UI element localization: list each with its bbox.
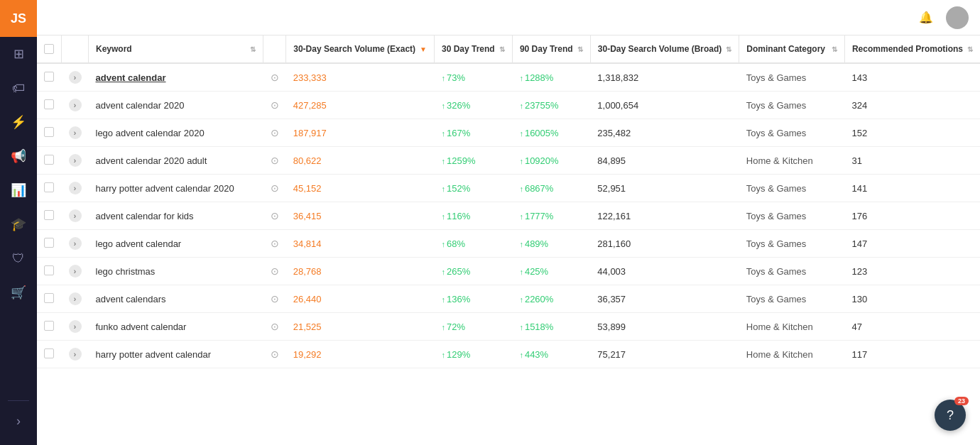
row-checkbox[interactable] xyxy=(44,72,54,82)
notification-button[interactable]: 🔔 xyxy=(915,6,937,29)
row-lock-cell[interactable]: ⊙ xyxy=(263,202,286,230)
sidebar-logo[interactable]: JS xyxy=(0,0,37,37)
lock-icon[interactable]: ⊙ xyxy=(271,127,279,138)
sidebar-item-protection[interactable]: 🛡 xyxy=(0,241,37,275)
row-expand-btn[interactable]: › xyxy=(69,126,82,139)
row-expand-btn[interactable]: › xyxy=(69,265,82,278)
help-button[interactable]: 23 ? xyxy=(935,400,966,431)
row-expand-cell[interactable]: › xyxy=(62,175,89,202)
row-expand-btn[interactable]: › xyxy=(69,99,82,111)
row-lock-cell[interactable]: ⊙ xyxy=(263,230,286,258)
vol-exact-value: 21,525 xyxy=(293,322,322,332)
row-check-cell[interactable] xyxy=(37,202,62,230)
sidebar-item-dashboard[interactable]: ⊞ xyxy=(0,37,37,71)
row-vol-broad-cell: 1,318,832 xyxy=(590,63,739,92)
row-check-cell[interactable] xyxy=(37,258,62,285)
row-expand-cell[interactable]: › xyxy=(62,92,89,119)
row-expand-cell[interactable]: › xyxy=(62,119,89,147)
row-expand-btn[interactable]: › xyxy=(69,182,82,194)
row-check-cell[interactable] xyxy=(37,285,62,313)
row-lock-cell[interactable]: ⊙ xyxy=(263,63,286,92)
row-checkbox[interactable] xyxy=(44,238,54,248)
trend30-value: ↑152% xyxy=(442,183,471,194)
row-expand-btn[interactable]: › xyxy=(69,209,82,222)
lock-icon[interactable]: ⊙ xyxy=(271,210,279,221)
row-expand-cell[interactable]: › xyxy=(62,147,89,175)
sidebar-expand-btn[interactable]: › xyxy=(0,404,37,438)
col-header-promo[interactable]: Recommended Promotions ⇅ xyxy=(844,35,980,63)
row-lock-cell[interactable]: ⊙ xyxy=(263,313,286,341)
lock-icon[interactable]: ⊙ xyxy=(271,293,279,304)
row-checkbox[interactable] xyxy=(44,265,54,275)
row-lock-cell[interactable]: ⊙ xyxy=(263,258,286,285)
lock-icon[interactable]: ⊙ xyxy=(271,265,279,277)
row-expand-cell[interactable]: › xyxy=(62,258,89,285)
keyword-table-container[interactable]: Keyword ⇅ 30-Day Search Volume (Exact) ▼ xyxy=(37,35,980,445)
lock-icon[interactable]: ⊙ xyxy=(271,155,279,166)
lock-icon[interactable]: ⊙ xyxy=(271,182,279,194)
col-header-vol-exact[interactable]: 30-Day Search Volume (Exact) ▼ xyxy=(286,35,435,63)
row-checkbox[interactable] xyxy=(44,182,54,192)
row-checkbox[interactable] xyxy=(44,155,54,165)
graduation-icon: 🎓 xyxy=(11,216,26,232)
row-lock-cell[interactable]: ⊙ xyxy=(263,175,286,202)
row-expand-btn[interactable]: › xyxy=(69,292,82,305)
row-expand-cell[interactable]: › xyxy=(62,313,89,341)
row-checkbox[interactable] xyxy=(44,127,54,137)
row-checkbox[interactable] xyxy=(44,210,54,220)
row-check-cell[interactable] xyxy=(37,92,62,119)
row-expand-btn[interactable]: › xyxy=(69,348,82,361)
row-expand-cell[interactable]: › xyxy=(62,63,89,92)
row-lock-cell[interactable]: ⊙ xyxy=(263,92,286,119)
row-lock-cell[interactable]: ⊙ xyxy=(263,341,286,368)
row-check-cell[interactable] xyxy=(37,230,62,258)
user-avatar[interactable] xyxy=(946,6,969,29)
row-lock-cell[interactable]: ⊙ xyxy=(263,119,286,147)
sidebar-item-analytics[interactable]: 📊 xyxy=(0,173,37,207)
row-check-cell[interactable] xyxy=(37,119,62,147)
row-check-cell[interactable] xyxy=(37,175,62,202)
row-lock-cell[interactable]: ⊙ xyxy=(263,285,286,313)
row-check-cell[interactable] xyxy=(37,313,62,341)
row-trend90-cell: ↑6867% xyxy=(512,175,590,202)
lock-icon[interactable]: ⊙ xyxy=(271,348,279,360)
row-expand-cell[interactable]: › xyxy=(62,285,89,313)
row-check-cell[interactable] xyxy=(37,147,62,175)
sidebar: JS ⊞ 🏷 ⚡ 📢 📊 🎓 🛡 🛒 › xyxy=(0,0,37,445)
trend90-value: ↑10920% xyxy=(519,155,558,166)
sidebar-item-promotions[interactable]: 📢 xyxy=(0,139,37,173)
sidebar-item-academy[interactable]: 🎓 xyxy=(0,207,37,241)
lock-icon[interactable]: ⊙ xyxy=(271,72,279,83)
row-checkbox[interactable] xyxy=(44,348,54,358)
row-expand-btn[interactable]: › xyxy=(69,237,82,250)
col-header-trend90[interactable]: 90 Day Trend ⇅ xyxy=(512,35,590,63)
header-checkbox[interactable] xyxy=(44,44,54,54)
lock-icon[interactable]: ⊙ xyxy=(271,238,279,249)
sidebar-item-active[interactable]: ⚡ xyxy=(0,105,37,139)
row-expand-cell[interactable]: › xyxy=(62,341,89,368)
sidebar-item-cart[interactable]: 🛒 xyxy=(0,275,37,309)
trend90-value: ↑16005% xyxy=(519,128,558,138)
row-checkbox[interactable] xyxy=(44,293,54,303)
row-check-cell[interactable] xyxy=(37,63,62,92)
col-header-category[interactable]: Dominant Category ⇅ xyxy=(739,35,845,63)
row-expand-btn[interactable]: › xyxy=(69,320,82,333)
row-expand-btn[interactable]: › xyxy=(69,154,82,167)
lock-icon[interactable]: ⊙ xyxy=(271,321,279,332)
row-check-cell[interactable] xyxy=(37,341,62,368)
vol-exact-sort-icon: ▼ xyxy=(420,45,427,53)
col-header-keyword[interactable]: Keyword ⇅ xyxy=(89,35,263,63)
row-expand-cell[interactable]: › xyxy=(62,230,89,258)
lock-icon[interactable]: ⊙ xyxy=(271,99,279,111)
col-header-vol-broad[interactable]: 30-Day Search Volume (Broad) ⇅ xyxy=(590,35,739,63)
col-header-check[interactable] xyxy=(37,35,62,63)
row-lock-cell[interactable]: ⊙ xyxy=(263,147,286,175)
col-header-trend30[interactable]: 30 Day Trend ⇅ xyxy=(435,35,513,63)
vol-exact-value: 427,285 xyxy=(293,100,327,111)
row-checkbox[interactable] xyxy=(44,321,54,331)
row-expand-cell[interactable]: › xyxy=(62,202,89,230)
row-vol-broad-cell: 122,161 xyxy=(590,202,739,230)
row-checkbox[interactable] xyxy=(44,99,54,109)
row-expand-btn[interactable]: › xyxy=(69,71,82,84)
sidebar-item-keywords[interactable]: 🏷 xyxy=(0,71,37,105)
